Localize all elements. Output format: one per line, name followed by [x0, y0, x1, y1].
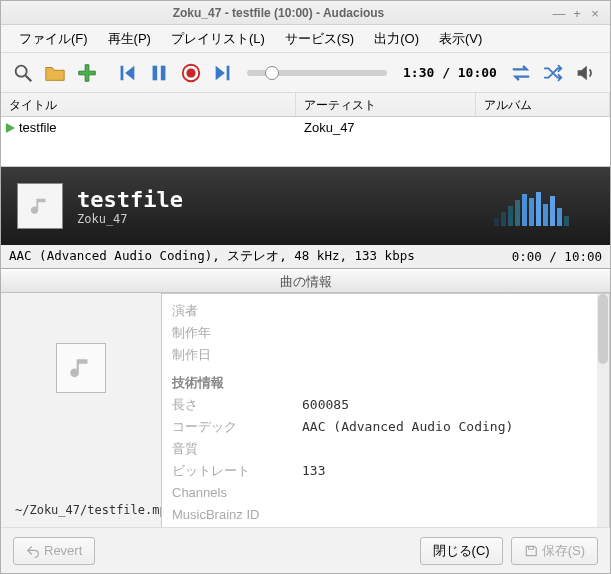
dialog-title[interactable]: 曲の情報 — [1, 269, 610, 293]
svg-point-5 — [186, 68, 195, 77]
seek-slider[interactable] — [247, 70, 387, 76]
maximize-button[interactable]: + — [570, 6, 584, 20]
album-art — [17, 183, 63, 229]
volume-button[interactable] — [571, 59, 599, 87]
search-button[interactable] — [9, 59, 37, 87]
now-playing-bar: testfile Zoku_47 — [1, 167, 610, 245]
scrollbar[interactable] — [597, 294, 609, 527]
playlist-header: タイトル アーティスト アルバム — [1, 93, 610, 117]
scroll-thumb[interactable] — [598, 294, 608, 364]
row-artist: Zoku_47 — [296, 117, 476, 139]
skip-prev-icon — [116, 62, 138, 84]
dialog-info-pane: 演者 制作年 制作日 技術情報 長さ600085 コーデックAAC (Advan… — [161, 293, 610, 527]
menu-playlist[interactable]: プレイリスト(L) — [161, 26, 275, 52]
prev-button[interactable] — [113, 59, 141, 87]
time-display: 1:30 / 10:00 — [397, 65, 503, 80]
playlist-row[interactable]: testfile Zoku_47 — [1, 117, 610, 139]
visualizer — [494, 186, 594, 226]
seek-thumb[interactable] — [265, 66, 279, 80]
menu-service[interactable]: サービス(S) — [275, 26, 364, 52]
window-title: Zoku_47 - testfile (10:00) - Audacious — [9, 6, 548, 20]
repeat-icon — [510, 62, 532, 84]
app-window: Zoku_47 - testfile (10:00) - Audacious —… — [0, 0, 611, 574]
menu-output[interactable]: 出力(O) — [364, 26, 429, 52]
svg-line-1 — [26, 75, 32, 81]
svg-point-0 — [16, 65, 27, 76]
toolbar: 1:30 / 10:00 — [1, 53, 610, 93]
status-bar: AAC (Advanced Audio Coding), ステレオ, 48 kH… — [1, 245, 610, 269]
playing-indicator-icon — [1, 117, 19, 139]
np-title: testfile — [77, 187, 183, 212]
val-bitrate: 133 — [302, 460, 599, 482]
skip-next-icon — [212, 62, 234, 84]
folder-icon — [44, 62, 66, 84]
close-button[interactable]: 閉じる(C) — [420, 537, 503, 565]
svg-rect-2 — [153, 65, 158, 80]
label-length: 長さ — [172, 394, 302, 416]
save-button[interactable]: 保存(S) — [511, 537, 598, 565]
menu-view[interactable]: 表示(V) — [429, 26, 492, 52]
label-tech-header: 技術情報 — [172, 366, 302, 394]
next-button[interactable] — [209, 59, 237, 87]
speaker-icon — [574, 62, 596, 84]
col-album[interactable]: アルバム — [476, 93, 610, 116]
label-mbid: MusicBrainz ID — [172, 504, 302, 526]
label-bitrate: ビットレート — [172, 460, 302, 482]
add-button[interactable] — [73, 59, 101, 87]
plus-icon — [76, 62, 98, 84]
col-title[interactable]: タイトル — [1, 93, 296, 116]
file-path: ~/Zoku_47/testfile.mp4 — [11, 503, 174, 517]
record-icon — [180, 62, 202, 84]
repeat-button[interactable] — [507, 59, 535, 87]
playlist-empty-area[interactable] — [1, 139, 610, 167]
row-title: testfile — [19, 117, 296, 139]
val-length: 600085 — [302, 394, 599, 416]
label-codec: コーデック — [172, 416, 302, 438]
dialog-button-bar: Revert 閉じる(C) 保存(S) — [1, 527, 610, 573]
dialog-body: ~/Zoku_47/testfile.mp4 演者 制作年 制作日 技術情報 長… — [1, 293, 610, 527]
save-icon — [524, 544, 538, 558]
shuffle-icon — [542, 62, 564, 84]
pause-button[interactable] — [145, 59, 173, 87]
label-date: 制作日 — [172, 344, 302, 366]
undo-icon — [26, 544, 40, 558]
np-artist: Zoku_47 — [77, 212, 183, 226]
revert-button[interactable]: Revert — [13, 537, 95, 565]
label-performer: 演者 — [172, 300, 302, 322]
dialog-album-art — [56, 343, 106, 393]
music-note-icon — [29, 195, 51, 217]
menu-bar: ファイル(F) 再生(P) プレイリスト(L) サービス(S) 出力(O) 表示… — [1, 25, 610, 53]
title-bar[interactable]: Zoku_47 - testfile (10:00) - Audacious —… — [1, 1, 610, 25]
menu-playback[interactable]: 再生(P) — [98, 26, 161, 52]
col-artist[interactable]: アーティスト — [296, 93, 476, 116]
close-window-button[interactable]: × — [588, 6, 602, 20]
row-album — [476, 117, 610, 139]
status-time: 0:00 / 10:00 — [512, 249, 602, 264]
menu-file[interactable]: ファイル(F) — [9, 26, 98, 52]
open-button[interactable] — [41, 59, 69, 87]
record-button[interactable] — [177, 59, 205, 87]
dialog-left-pane: ~/Zoku_47/testfile.mp4 — [1, 293, 161, 527]
music-note-icon — [68, 355, 94, 381]
svg-rect-3 — [161, 65, 166, 80]
search-icon — [12, 62, 34, 84]
codec-info: AAC (Advanced Audio Coding), ステレオ, 48 kH… — [9, 248, 415, 265]
label-year: 制作年 — [172, 322, 302, 344]
label-channels: Channels — [172, 482, 302, 504]
minimize-button[interactable]: — — [552, 6, 566, 20]
label-quality: 音質 — [172, 438, 302, 460]
pause-icon — [148, 62, 170, 84]
shuffle-button[interactable] — [539, 59, 567, 87]
val-codec: AAC (Advanced Audio Coding) — [302, 416, 599, 438]
